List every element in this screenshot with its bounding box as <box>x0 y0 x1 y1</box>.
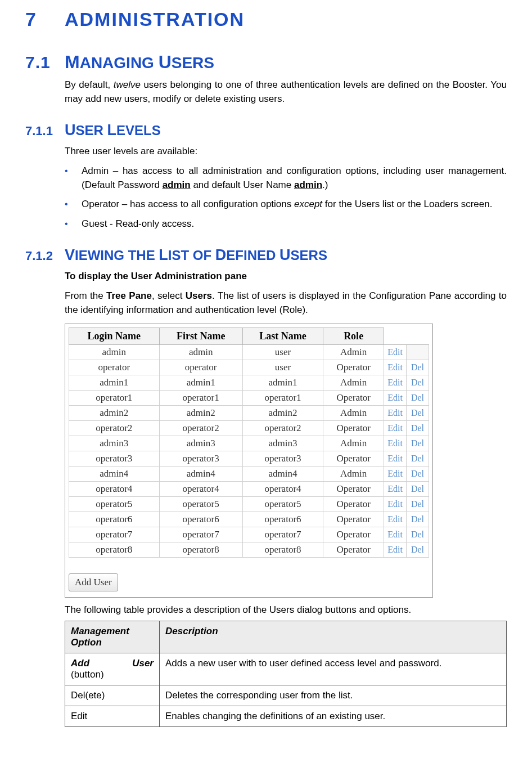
table-row: admin4admin4admin4AdminEditDel <box>69 467 429 482</box>
table-row: Edit Enables changing the definitions of… <box>65 706 507 727</box>
subsection-heading: 7.1.1 USER LEVELS <box>25 122 507 139</box>
edit-link[interactable]: Edit <box>384 375 407 391</box>
delete-link[interactable]: Del <box>407 406 429 421</box>
bullet-icon: • <box>65 164 82 192</box>
subsection-title: VIEWING THE LIST OF DEFINED USERS <box>65 246 507 264</box>
table-row: operator8operator8operator8OperatorEditD… <box>69 542 429 558</box>
user-levels-list: • Admin – has access to all administrati… <box>65 164 507 231</box>
edit-link[interactable]: Edit <box>384 436 407 451</box>
after-table-text: The following table provides a descripti… <box>65 603 507 617</box>
delete-link[interactable]: Del <box>407 542 429 558</box>
table-row: operator2operator2operator2OperatorEditD… <box>69 421 429 436</box>
levels-intro: Three user levels are available: <box>65 145 507 159</box>
subsection-number: 7.1.1 <box>25 124 65 138</box>
table-row: Del(ete) Deletes the corresponding user … <box>65 685 507 706</box>
subsection-number: 7.1.2 <box>25 249 65 263</box>
delete-link[interactable]: Del <box>407 421 429 436</box>
edit-link[interactable]: Edit <box>384 391 407 406</box>
mgmt-col-description: Description <box>160 621 507 653</box>
delete-link[interactable]: Del <box>407 527 429 542</box>
delete-link[interactable]: Del <box>407 360 429 375</box>
section-number: 7.1 <box>25 53 65 72</box>
table-row: Add User (button) Adds a new user with t… <box>65 653 507 685</box>
edit-link[interactable]: Edit <box>384 421 407 436</box>
users-pane: Login Name First Name Last Name Role adm… <box>65 324 433 598</box>
delete-link[interactable]: Del <box>407 451 429 467</box>
table-row: adminadminuserAdminEdit <box>69 345 429 360</box>
col-role: Role <box>323 328 384 345</box>
delete-link[interactable]: Del <box>407 391 429 406</box>
table-row: admin3admin3admin3AdminEditDel <box>69 436 429 451</box>
edit-link[interactable]: Edit <box>384 497 407 512</box>
table-row: operatoroperatoruserOperatorEditDel <box>69 360 429 375</box>
intro-paragraph: By default, twelve users belonging to on… <box>65 78 507 106</box>
management-options-table: Management Option Description Add User (… <box>65 621 507 727</box>
table-row: admin1admin1admin1AdminEditDel <box>69 375 429 391</box>
table-row: operator1operator1operator1OperatorEditD… <box>69 391 429 406</box>
edit-link[interactable]: Edit <box>384 360 407 375</box>
subsection-title: USER LEVELS <box>65 122 507 139</box>
delete-link[interactable]: Del <box>407 467 429 482</box>
edit-link[interactable]: Edit <box>384 482 407 497</box>
list-item: • Guest - Read-only access. <box>65 217 507 231</box>
edit-link[interactable]: Edit <box>384 512 407 527</box>
edit-link[interactable]: Edit <box>384 406 407 421</box>
table-row: admin2admin2admin2AdminEditDel <box>69 406 429 421</box>
list-item: • Operator – has access to all configura… <box>65 198 507 212</box>
chapter-heading: 7 ADMINISTRATION <box>25 8 507 30</box>
edit-link[interactable]: Edit <box>384 345 407 360</box>
delete-link[interactable]: Del <box>407 512 429 527</box>
section-title: MANAGING USERS <box>65 52 507 73</box>
add-user-button[interactable]: Add User <box>69 573 118 591</box>
mgmt-col-option: Management Option <box>65 621 160 653</box>
delete-link[interactable]: Del <box>407 375 429 391</box>
table-row: operator4operator4operator4OperatorEditD… <box>69 482 429 497</box>
chapter-number: 7 <box>25 8 65 30</box>
table-row: operator7operator7operator7OperatorEditD… <box>69 527 429 542</box>
table-row: operator6operator6operator6OperatorEditD… <box>69 512 429 527</box>
edit-link[interactable]: Edit <box>384 527 407 542</box>
procedure-text: From the Tree Pane, select Users. The li… <box>65 289 507 317</box>
chapter-title: ADMINISTRATION <box>65 8 507 30</box>
edit-link[interactable]: Edit <box>384 451 407 467</box>
bullet-icon: • <box>65 217 82 231</box>
delete-link[interactable]: Del <box>407 497 429 512</box>
users-table: Login Name First Name Last Name Role adm… <box>69 328 429 558</box>
delete-link[interactable]: Del <box>407 436 429 451</box>
col-first-name: First Name <box>159 328 242 345</box>
table-header-row: Login Name First Name Last Name Role <box>69 328 429 345</box>
col-last-name: Last Name <box>242 328 323 345</box>
list-item: • Admin – has access to all administrati… <box>65 164 507 192</box>
table-row: operator5operator5operator5OperatorEditD… <box>69 497 429 512</box>
bullet-icon: • <box>65 198 82 212</box>
table-row: operator3operator3operator3OperatorEditD… <box>69 451 429 467</box>
procedure-heading: To display the User Administration pane <box>65 270 507 284</box>
delete-link[interactable]: Del <box>407 482 429 497</box>
subsection-heading: 7.1.2 VIEWING THE LIST OF DEFINED USERS <box>25 246 507 264</box>
edit-link[interactable]: Edit <box>384 542 407 558</box>
section-heading: 7.1 MANAGING USERS <box>25 52 507 73</box>
edit-link[interactable]: Edit <box>384 467 407 482</box>
col-login-name: Login Name <box>69 328 160 345</box>
